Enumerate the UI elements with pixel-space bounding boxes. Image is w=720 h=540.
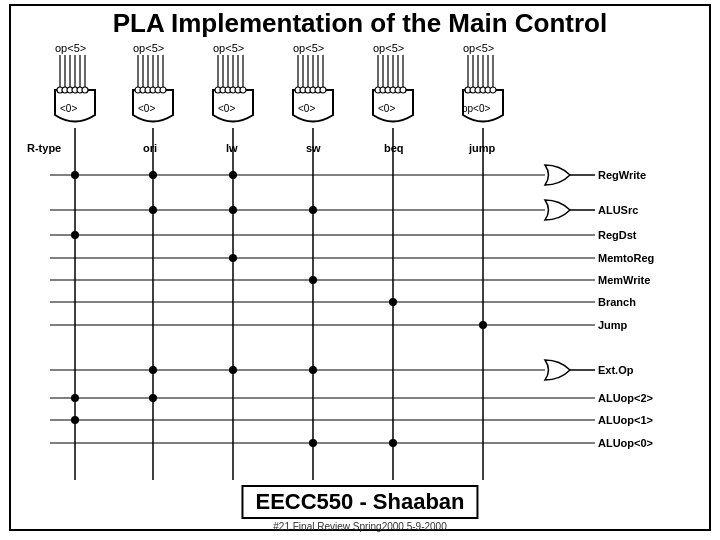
signal-regwrite: RegWrite — [598, 169, 646, 181]
op-label-5: op<5> — [373, 42, 404, 54]
zero-label-1: <0> — [60, 103, 77, 114]
signal-alusrc: ALUSrc — [598, 204, 638, 216]
svg-point-50 — [320, 87, 326, 93]
op-label-2: op<5> — [133, 42, 164, 54]
zero-label-4: <0> — [298, 103, 315, 114]
svg-point-106 — [229, 366, 237, 374]
svg-point-95 — [71, 231, 79, 239]
svg-point-115 — [309, 439, 317, 447]
zero-label-3: <0> — [218, 103, 235, 114]
op-label-1: op<5> — [55, 42, 86, 54]
svg-point-24 — [160, 87, 166, 93]
signal-aluop0: ALUop<0> — [598, 437, 653, 449]
svg-point-99 — [309, 276, 317, 284]
signal-extop: Ext.Op — [598, 364, 634, 376]
svg-point-91 — [229, 206, 237, 214]
svg-point-105 — [149, 366, 157, 374]
svg-point-97 — [229, 254, 237, 262]
signal-regdst: RegDst — [598, 229, 637, 241]
op-label-4: op<5> — [293, 42, 324, 54]
svg-point-113 — [71, 416, 79, 424]
zero-label-2: <0> — [138, 103, 155, 114]
signal-memtoreg: MemtoReg — [598, 252, 654, 264]
svg-point-101 — [389, 298, 397, 306]
zero-label-6: op<0> — [462, 103, 491, 114]
svg-point-90 — [149, 206, 157, 214]
svg-point-63 — [400, 87, 406, 93]
svg-point-76 — [490, 87, 496, 93]
svg-point-86 — [149, 171, 157, 179]
footer-subtitle: #21 Final Review Spring2000 5-9-2000 — [241, 521, 478, 532]
instr-label-lw: lw — [226, 142, 238, 154]
svg-point-87 — [229, 171, 237, 179]
signal-memwrite: MemWrite — [598, 274, 650, 286]
op-label-3: op<5> — [213, 42, 244, 54]
svg-point-110 — [71, 394, 79, 402]
signal-aluop2: ALUop<2> — [598, 392, 653, 404]
signal-jump: Jump — [598, 319, 628, 331]
instr-label-rtype: R-type — [27, 142, 61, 154]
diagram: op<5> <0> R-type op<5> — [0, 0, 720, 540]
footer: EECC550 - Shaaban #21 Final Review Sprin… — [241, 485, 478, 532]
svg-point-11 — [82, 87, 88, 93]
svg-point-85 — [71, 171, 79, 179]
svg-point-37 — [240, 87, 246, 93]
signal-branch: Branch — [598, 296, 636, 308]
svg-rect-117 — [10, 5, 710, 530]
page: PLA Implementation of the Main Control o… — [0, 0, 720, 540]
signal-aluop1: ALUop<1> — [598, 414, 653, 426]
svg-point-92 — [309, 206, 317, 214]
svg-point-103 — [479, 321, 487, 329]
instr-label-jump: jump — [468, 142, 496, 154]
op-label-6: op<5> — [463, 42, 494, 54]
footer-title: EECC550 - Shaaban — [241, 485, 478, 519]
instr-label-ori: ori — [143, 142, 157, 154]
svg-point-111 — [149, 394, 157, 402]
zero-label-5: <0> — [378, 103, 395, 114]
svg-point-116 — [389, 439, 397, 447]
instr-label-beq: beq — [384, 142, 404, 154]
svg-point-107 — [309, 366, 317, 374]
